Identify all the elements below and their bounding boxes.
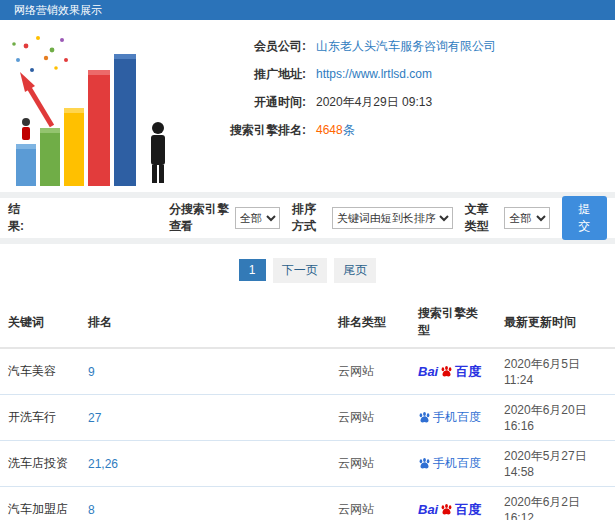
keyword-rank-table: 关键词 排名 排名类型 搜索引擎类型 最新更新时间 汽车美容 9 云网站 Bai… [0,297,615,520]
filters-panel: 结果: 分搜索引擎查看 全部 排序方式 关键词由短到长排序 文章类型 全部 提交 [0,198,615,238]
table-header-row: 关键词 排名 排名类型 搜索引擎类型 最新更新时间 [0,297,615,348]
submit-button[interactable]: 提交 [562,196,607,240]
promo-url-link[interactable]: https://www.lrtlsd.com [316,67,432,81]
engine-select[interactable]: 全部 [235,207,280,229]
page-title: 网络营销效果展示 [14,4,102,16]
header-engine-type: 搜索引擎类型 [410,297,496,348]
open-time-label: 开通时间: [188,94,306,111]
company-link[interactable]: 山东老人头汽车服务咨询有限公司 [316,38,496,55]
next-page-button[interactable]: 下一页 [273,258,327,283]
header-keyword: 关键词 [0,297,80,348]
engine-logo: Bai百度 [418,363,488,381]
baidu-paw-icon [440,365,453,378]
engine-filter-label: 分搜索引擎查看 [169,201,230,235]
keyword-cell: 汽车加盟店 [0,487,80,520]
updated-cell: 2020年6月2日 16:12 [496,487,615,520]
engine-logo: 手机百度 [418,455,488,472]
page-number-current[interactable]: 1 [239,259,266,281]
baidu-logo-bai: Bai [418,502,438,517]
keyword-cell: 洗车店投资 [0,441,80,487]
results-section-label: 结果: [8,201,31,235]
engine-cell: Bai百度 [410,348,496,395]
bar-chart-image [6,30,182,188]
baidu-logo-du: 百度 [455,363,481,381]
mobile-baidu-label: 手机百度 [433,409,481,426]
mobile-baidu-label: 手机百度 [433,455,481,472]
open-time-value: 2020年4月29日 09:13 [316,94,432,111]
company-label: 会员公司: [188,38,306,55]
engine-cell: 手机百度 [410,395,496,441]
pagination: 1 下一页 尾页 [0,254,615,297]
table-row: 开洗车行 27 云网站 手机百度 2020年6月20日 16:16 [0,395,615,441]
rank-type-cell: 云网站 [330,348,410,395]
summary-panel: 会员公司: 山东老人头汽车服务咨询有限公司 推广地址: https://www.… [0,20,615,192]
rank-count-unit: 条 [343,123,355,137]
updated-cell: 2020年6月5日 11:24 [496,348,615,395]
table-row: 汽车加盟店 8 云网站 Bai百度 2020年6月2日 16:12 [0,487,615,520]
header-rank-type: 排名类型 [330,297,410,348]
rank-cell[interactable]: 21,26 [80,441,330,487]
promo-url-label: 推广地址: [188,66,306,83]
last-page-button[interactable]: 尾页 [334,258,376,283]
table-row: 汽车美容 9 云网站 Bai百度 2020年6月5日 11:24 [0,348,615,395]
sort-filter-label: 排序方式 [292,201,327,235]
header-rank: 排名 [80,297,330,348]
keyword-cell: 汽车美容 [0,348,80,395]
info-row-rank-count: 搜索引擎排名: 4648条 [188,116,615,144]
info-row-url: 推广地址: https://www.lrtlsd.com [188,60,615,88]
sort-select[interactable]: 关键词由短到长排序 [332,207,453,229]
article-type-label: 文章类型 [465,201,500,235]
rank-cell[interactable]: 9 [80,348,330,395]
engine-logo: Bai百度 [418,501,488,519]
updated-cell: 2020年6月20日 16:16 [496,395,615,441]
filter-group: 分搜索引擎查看 全部 排序方式 关键词由短到长排序 文章类型 全部 提交 [169,196,607,240]
keyword-cell: 开洗车行 [0,395,80,441]
article-type-select[interactable]: 全部 [504,207,549,229]
rank-cell[interactable]: 27 [80,395,330,441]
keyword-table-body: 汽车美容 9 云网站 Bai百度 2020年6月5日 11:24 开洗车行 27… [0,348,615,520]
rank-type-cell: 云网站 [330,395,410,441]
baidu-paw-icon [418,411,431,424]
updated-cell: 2020年5月27日 14:58 [496,441,615,487]
info-row-open-time: 开通时间: 2020年4月29日 09:13 [188,88,615,116]
rank-count-label: 搜索引擎排名: [188,122,306,139]
rank-type-cell: 云网站 [330,441,410,487]
info-row-company: 会员公司: 山东老人头汽车服务咨询有限公司 [188,32,615,60]
engine-logo: 手机百度 [418,409,488,426]
rank-cell[interactable]: 8 [80,487,330,520]
results-panel: 1 下一页 尾页 关键词 排名 排名类型 搜索引擎类型 最新更新时间 汽车美容 … [0,244,615,520]
baidu-paw-icon [440,503,453,516]
header-updated: 最新更新时间 [496,297,615,348]
baidu-logo-bai: Bai [418,364,438,379]
page-title-bar: 网络营销效果展示 [0,0,615,20]
baidu-logo-du: 百度 [455,501,481,519]
engine-cell: Bai百度 [410,487,496,520]
rank-count-number: 4648 [316,123,343,137]
rank-type-cell: 云网站 [330,487,410,520]
marketing-chart-illustration [0,20,188,192]
engine-cell: 手机百度 [410,441,496,487]
member-info: 会员公司: 山东老人头汽车服务咨询有限公司 推广地址: https://www.… [188,20,615,192]
table-row: 洗车店投资 21,26 云网站 手机百度 2020年5月27日 14:58 [0,441,615,487]
baidu-paw-icon [418,457,431,470]
